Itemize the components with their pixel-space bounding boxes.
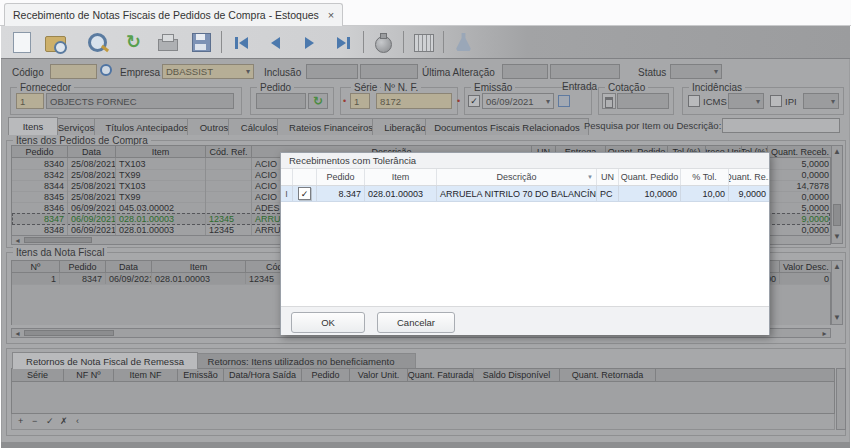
- cotacao-input[interactable]: [617, 93, 669, 109]
- inclusao-user-input[interactable]: [360, 64, 418, 79]
- col-nf-n[interactable]: NF Nº: [64, 369, 114, 381]
- retornos-grid-body[interactable]: [11, 382, 835, 414]
- scroll-left-icon[interactable]: ◂: [13, 236, 22, 246]
- delete-row-icon[interactable]: −: [32, 416, 37, 426]
- col-item[interactable]: Item: [152, 261, 246, 272]
- nf-vscrollbar[interactable]: ▲ ▼: [831, 260, 843, 325]
- col-ref[interactable]: Cód. Ref.: [206, 146, 252, 157]
- scroll-up-icon[interactable]: ▲: [832, 262, 842, 272]
- col-item[interactable]: Item: [116, 146, 206, 157]
- calendar-icon[interactable]: [602, 93, 616, 109]
- col-serie[interactable]: Série: [12, 369, 64, 381]
- tab-documentos-fiscais[interactable]: Documentos Fiscais Relacionados: [425, 118, 589, 135]
- col-qreceb[interactable]: Quant. Receb.: [768, 146, 832, 157]
- nav-prev-icon[interactable]: [263, 30, 288, 55]
- tab-rateios-financeiros[interactable]: Rateios Financeiros: [277, 118, 385, 135]
- col-checkbox: [293, 169, 317, 185]
- nav-first-icon[interactable]: [229, 30, 254, 55]
- entrada-checkbox[interactable]: [558, 95, 570, 107]
- col-valor-unit[interactable]: Valor Unit.: [350, 369, 408, 381]
- pedido-input[interactable]: [256, 93, 306, 109]
- col-data-hora-saida[interactable]: Data/Hora Saída: [224, 369, 302, 381]
- col-item[interactable]: Item: [365, 169, 437, 185]
- codigo-input[interactable]: [50, 64, 97, 79]
- scroll-thumb[interactable]: [24, 330, 114, 336]
- col-data[interactable]: Data: [68, 146, 116, 157]
- close-icon[interactable]: ×: [328, 10, 334, 20]
- col-descricao[interactable]: Descrição ▼: [437, 169, 597, 185]
- tab-retornos-nf-remessa[interactable]: Retornos de Nota Fiscal de Remessa: [12, 352, 198, 369]
- confirm-icon[interactable]: ✓: [46, 416, 54, 426]
- cancel-edit-icon[interactable]: ✗: [60, 416, 68, 426]
- col-n[interactable]: Nº: [12, 261, 60, 272]
- nav-last-icon[interactable]: [331, 30, 356, 55]
- col-quant-retornada[interactable]: Quant. Retornada: [560, 369, 656, 381]
- dialog-row-selected[interactable]: I ✓ 8.347 028.01.00003 ARRUELA NITRILO 7…: [281, 186, 769, 202]
- pedido-refresh-icon[interactable]: ↻: [308, 93, 328, 109]
- scroll-up-icon[interactable]: ▲: [832, 147, 842, 157]
- col-data[interactable]: Data: [106, 261, 152, 272]
- ultima-alteracao-user-input[interactable]: [550, 64, 620, 79]
- col-quant-faturada[interactable]: Quant. Faturada: [408, 369, 474, 381]
- col-emissao[interactable]: Emissão: [178, 369, 224, 381]
- tolerance-checkbox[interactable]: ✓: [298, 187, 311, 200]
- scroll-down-icon[interactable]: ▼: [832, 232, 842, 242]
- ipi-checkbox[interactable]: [770, 95, 782, 107]
- new-document-icon[interactable]: [9, 30, 34, 55]
- col-quant-recebida[interactable]: Quant. Re...: [729, 169, 769, 185]
- save-icon[interactable]: [189, 30, 214, 55]
- tab-titulos-antecipados[interactable]: Títulos Antecipados: [94, 118, 200, 135]
- scroll-thumb[interactable]: [24, 237, 92, 243]
- ok-button[interactable]: OK: [291, 312, 365, 333]
- filter-icon[interactable]: ▼: [587, 174, 593, 180]
- nav-prev-small-icon[interactable]: ‹: [76, 416, 79, 426]
- col-quant-pedido[interactable]: Quant. Pedido: [619, 169, 681, 185]
- document-tab[interactable]: Recebimento de Notas Fiscais de Pedidos …: [4, 3, 343, 26]
- empresa-select[interactable]: DBASSIST: [162, 64, 254, 79]
- scroll-left-icon[interactable]: ◂: [13, 329, 22, 339]
- nf-input[interactable]: 8172: [376, 93, 452, 109]
- col-pedido[interactable]: Pedido: [12, 146, 68, 157]
- col-pedido[interactable]: Pedido: [317, 169, 365, 185]
- tab-retornos-itens-beneficiamento[interactable]: Retornos: Itens utilizados no beneficiam…: [186, 353, 416, 369]
- col-item-nf[interactable]: Item NF: [114, 369, 178, 381]
- fornecedor-code-input[interactable]: 1: [16, 93, 44, 109]
- col-saldo-disponivel[interactable]: Saldo Disponível: [474, 369, 560, 381]
- flask-icon[interactable]: [451, 30, 476, 55]
- ipi-select[interactable]: [803, 93, 839, 109]
- inclusao-date-input[interactable]: [306, 64, 358, 79]
- nav-next-icon[interactable]: [297, 30, 322, 55]
- col-tol[interactable]: % Tol.: [681, 169, 729, 185]
- print-icon[interactable]: [155, 30, 180, 55]
- weight-icon[interactable]: [371, 30, 396, 55]
- scroll-down-icon[interactable]: ▼: [832, 313, 842, 323]
- search-icon[interactable]: [85, 30, 110, 55]
- refresh-icon[interactable]: ↻: [121, 30, 146, 55]
- col-valor-desc[interactable]: Valor Desc. I: [780, 261, 832, 272]
- status-select[interactable]: [670, 64, 722, 79]
- col-pedido[interactable]: Pedido: [302, 369, 350, 381]
- icms-select[interactable]: [728, 93, 764, 109]
- codigo-search-icon[interactable]: [100, 64, 114, 78]
- fornecedor-name-value: OBJECTS FORNEC: [50, 96, 137, 107]
- fornecedor-name-input[interactable]: OBJECTS FORNEC: [46, 93, 234, 109]
- dialog-footer: OK Cancelar: [281, 306, 769, 335]
- adjustments-icon[interactable]: [411, 30, 436, 55]
- open-search-icon[interactable]: [43, 30, 68, 55]
- ultima-alteracao-date-input[interactable]: [502, 64, 548, 79]
- cancel-button[interactable]: Cancelar: [377, 312, 455, 333]
- scroll-thumb[interactable]: [833, 204, 841, 226]
- col-pedido[interactable]: Pedido: [60, 261, 106, 272]
- pedidos-vscrollbar[interactable]: ▲ ▼: [831, 145, 843, 244]
- icms-checkbox[interactable]: [688, 95, 700, 107]
- tab-itens[interactable]: Itens: [8, 117, 58, 135]
- serie-input[interactable]: 1: [350, 93, 370, 109]
- retornos-vscrollbar[interactable]: [836, 368, 846, 430]
- emissao-date-select[interactable]: 06/09/2021: [482, 93, 554, 109]
- scroll-right-icon[interactable]: ▸: [820, 329, 829, 339]
- emissao-checkbox[interactable]: ✓: [468, 95, 480, 107]
- search-items-input[interactable]: [722, 118, 840, 133]
- add-row-icon[interactable]: +: [18, 416, 23, 426]
- cell-un: PC: [597, 186, 619, 201]
- col-un[interactable]: UN: [597, 169, 619, 185]
